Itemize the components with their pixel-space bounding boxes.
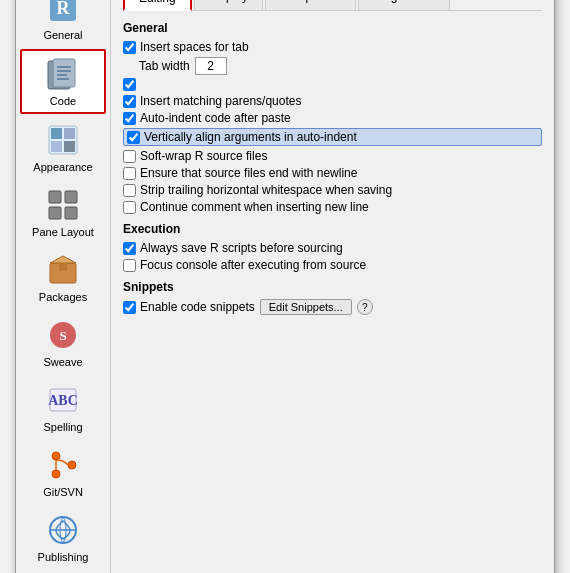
option-insert-spaces-tab: Insert spaces for tab <box>123 40 542 54</box>
svg-marker-18 <box>50 256 76 263</box>
label-focus-console: Focus console after executing from sourc… <box>140 258 366 272</box>
sidebar-item-general-label: General <box>43 29 82 41</box>
svg-rect-11 <box>51 141 62 152</box>
main-panel: Editing Display Completion Diagnostics G… <box>111 0 554 573</box>
svg-rect-15 <box>49 207 61 219</box>
option-vim-mode: Continue comment when inserting new line <box>123 200 542 214</box>
sidebar-item-code-label: Code <box>50 95 76 107</box>
snippets-row: Enable code snippets Edit Snippets... ? <box>123 299 542 315</box>
sidebar-item-appearance-label: Appearance <box>33 161 92 173</box>
svg-point-25 <box>52 470 60 478</box>
option-ensure-newline: Soft-wrap R source files <box>123 149 542 163</box>
snippets-section-title: Snippets <box>123 280 542 294</box>
svg-text:S: S <box>59 328 66 343</box>
packages-icon <box>45 252 81 288</box>
execution-section-title: Execution <box>123 222 542 236</box>
checkbox-focus-console[interactable] <box>123 259 136 272</box>
sweave-icon: S <box>45 317 81 353</box>
checkbox-vertically-align[interactable] <box>123 112 136 125</box>
tab-width-label: Tab width <box>139 59 190 73</box>
option-vertically-align: Auto-indent code after paste <box>123 111 542 125</box>
label-always-save: Always save R scripts before sourcing <box>140 241 343 255</box>
checkbox-ensure-newline[interactable] <box>123 150 136 163</box>
option-focus-console: Focus console after executing from sourc… <box>123 258 542 272</box>
svg-rect-12 <box>64 141 75 152</box>
sidebar-item-general[interactable]: R General <box>20 0 106 47</box>
tab-width-input[interactable] <box>195 57 227 75</box>
checkbox-vim-mode[interactable] <box>123 201 136 214</box>
sidebar-item-packages[interactable]: Packages <box>20 246 106 309</box>
spelling-icon: ABC <box>45 382 81 418</box>
sidebar-item-spelling[interactable]: ABC Spelling <box>20 376 106 439</box>
tab-completion[interactable]: Completion <box>265 0 356 10</box>
sidebar-item-code[interactable]: Code <box>20 49 106 114</box>
checkbox-continue-comment[interactable] <box>123 184 136 197</box>
tab-bar: Editing Display Completion Diagnostics <box>123 0 542 11</box>
label-vim-mode: Continue comment when inserting new line <box>140 200 369 214</box>
git-icon <box>45 447 81 483</box>
options-dialog: Options R General <box>15 0 555 573</box>
help-icon[interactable]: ? <box>357 299 373 315</box>
publishing-icon <box>45 512 81 548</box>
checkbox-enable-snippets[interactable] <box>123 301 136 314</box>
label-strip-trailing: Ensure that source files end with newlin… <box>140 166 357 180</box>
svg-rect-3 <box>53 59 75 87</box>
checkbox-insert-spaces-tab[interactable] <box>123 41 136 54</box>
sidebar: R General Code <box>16 0 111 573</box>
label-auto-indent: Insert matching parens/quotes <box>140 94 301 108</box>
sidebar-item-packages-label: Packages <box>39 291 87 303</box>
label-vertically-align: Auto-indent code after paste <box>140 111 291 125</box>
tab-display[interactable]: Display <box>194 0 263 10</box>
sidebar-item-sweave-label: Sweave <box>43 356 82 368</box>
option-always-save: Always save R scripts before sourcing <box>123 241 542 255</box>
svg-text:R: R <box>57 0 71 18</box>
checkbox-strip-trailing[interactable] <box>123 167 136 180</box>
sidebar-item-git-svn[interactable]: Git/SVN <box>20 441 106 504</box>
label-ensure-newline: Soft-wrap R source files <box>140 149 267 163</box>
checkbox-always-save[interactable] <box>123 242 136 255</box>
option-insert-matching <box>123 78 542 91</box>
option-auto-indent: Insert matching parens/quotes <box>123 94 542 108</box>
svg-point-24 <box>52 452 60 460</box>
svg-rect-13 <box>49 191 61 203</box>
svg-rect-10 <box>64 128 75 139</box>
svg-rect-9 <box>51 128 62 139</box>
svg-point-26 <box>68 461 76 469</box>
svg-rect-14 <box>65 191 77 203</box>
sidebar-item-sweave[interactable]: S Sweave <box>20 311 106 374</box>
pane-layout-icon <box>45 187 81 223</box>
tab-editing[interactable]: Editing <box>123 0 192 11</box>
label-continue-comment: Strip trailing horizontal whitespace whe… <box>140 183 392 197</box>
checkbox-insert-matching[interactable] <box>123 78 136 91</box>
option-strip-trailing: Ensure that source files end with newlin… <box>123 166 542 180</box>
code-icon <box>45 56 81 92</box>
edit-snippets-button[interactable]: Edit Snippets... <box>260 299 352 315</box>
sidebar-item-pane-layout[interactable]: Pane Layout <box>20 181 106 244</box>
sidebar-item-publishing[interactable]: Publishing <box>20 506 106 569</box>
sidebar-item-spelling-label: Spelling <box>43 421 82 433</box>
tab-diagnostics[interactable]: Diagnostics <box>358 0 450 10</box>
general-section-title: General <box>123 21 542 35</box>
option-continue-comment: Strip trailing horizontal whitespace whe… <box>123 183 542 197</box>
label-enable-snippets: Enable code snippets <box>140 300 255 314</box>
label-insert-spaces-tab: Insert spaces for tab <box>140 40 249 54</box>
checkbox-auto-indent[interactable] <box>123 95 136 108</box>
label-soft-wrap: Vertically align arguments in auto-inden… <box>144 130 357 144</box>
svg-text:ABC: ABC <box>48 393 78 408</box>
general-icon: R <box>45 0 81 26</box>
sidebar-item-git-svn-label: Git/SVN <box>43 486 83 498</box>
svg-rect-16 <box>65 207 77 219</box>
tab-width-row: Tab width <box>139 57 542 75</box>
sidebar-item-appearance[interactable]: Appearance <box>20 116 106 179</box>
dialog-content: R General Code <box>16 0 554 573</box>
appearance-icon <box>45 122 81 158</box>
sidebar-item-pane-layout-label: Pane Layout <box>32 226 94 238</box>
checkbox-soft-wrap[interactable] <box>127 131 140 144</box>
sidebar-item-publishing-label: Publishing <box>38 551 89 563</box>
svg-rect-19 <box>59 263 67 271</box>
option-soft-wrap: Vertically align arguments in auto-inden… <box>123 128 542 146</box>
editing-panel: General Insert spaces for tab Tab width <box>123 21 542 315</box>
